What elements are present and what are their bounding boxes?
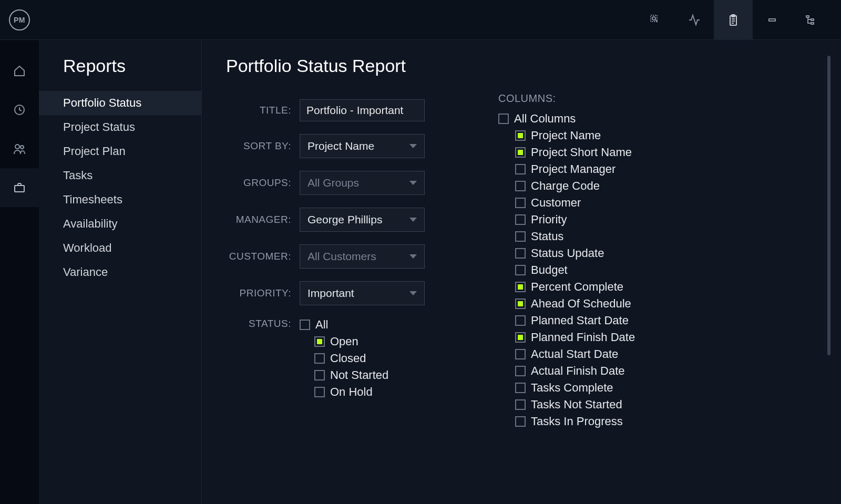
checkbox-icon[interactable] <box>515 231 526 242</box>
status-checkbox[interactable]: Not Started <box>300 368 388 382</box>
row-sort-by: SORT BY: Project Name <box>226 134 425 158</box>
checkbox-icon[interactable] <box>515 416 526 427</box>
column-checkbox[interactable]: Project Manager <box>498 162 820 176</box>
status-checkbox[interactable]: Open <box>300 335 388 348</box>
clipboard-icon[interactable] <box>714 0 753 40</box>
checkbox-icon[interactable] <box>515 147 526 158</box>
hierarchy-icon[interactable] <box>792 0 830 40</box>
sidebar-list: Portfolio StatusProject StatusProject Pl… <box>39 91 201 284</box>
checkbox-icon[interactable] <box>515 332 526 343</box>
label-customer: CUSTOMER: <box>226 251 291 262</box>
checkbox-icon[interactable] <box>300 320 310 330</box>
checkbox-label: Tasks Complete <box>531 381 613 395</box>
select-sort-by[interactable]: Project Name <box>300 134 425 158</box>
activity-icon[interactable] <box>675 0 714 40</box>
select-priority[interactable]: Important <box>300 281 425 305</box>
checkbox-icon[interactable] <box>515 248 526 259</box>
column-checkbox[interactable]: All Columns <box>498 112 820 126</box>
column-checkbox[interactable]: Project Short Name <box>498 146 820 159</box>
chevron-down-icon <box>409 144 417 148</box>
sidebar-item[interactable]: Timesheets <box>39 188 201 212</box>
columns-panel: COLUMNS: All ColumnsProject NameProject … <box>498 56 820 504</box>
checkbox-icon[interactable] <box>515 299 526 309</box>
checkbox-icon[interactable] <box>515 383 526 393</box>
svg-point-14 <box>15 145 19 149</box>
select-manager[interactable]: George Phillips <box>300 208 425 232</box>
checkbox-icon[interactable] <box>515 366 526 376</box>
sidebar-item[interactable]: Portfolio Status <box>39 91 201 115</box>
checkbox-icon[interactable] <box>515 164 526 174</box>
logo-badge[interactable]: PM <box>9 9 30 30</box>
select-value-priority: Important <box>307 287 354 300</box>
column-checkbox[interactable]: Charge Code <box>498 179 820 193</box>
column-checkbox[interactable]: Customer <box>498 196 820 210</box>
briefcase-icon[interactable] <box>0 168 39 207</box>
column-checkbox[interactable]: Status Update <box>498 246 820 260</box>
select-groups[interactable]: All Groups <box>300 171 425 195</box>
checkbox-icon[interactable] <box>515 349 526 359</box>
column-checkbox[interactable]: Priority <box>498 213 820 227</box>
scrollbar[interactable] <box>827 56 830 424</box>
column-checkbox[interactable]: Tasks Complete <box>498 381 820 395</box>
top-header: PM <box>0 0 841 40</box>
column-checkbox[interactable]: Planned Finish Date <box>498 331 820 344</box>
search-icon[interactable] <box>636 0 675 40</box>
row-priority: PRIORITY: Important <box>226 281 425 305</box>
checkbox-icon[interactable] <box>515 265 526 275</box>
column-checkbox[interactable]: Tasks In Progress <box>498 415 820 428</box>
column-checkbox[interactable]: Tasks Not Started <box>498 398 820 412</box>
scrollbar-thumb[interactable] <box>827 56 830 355</box>
column-checkbox[interactable]: Status <box>498 230 820 243</box>
sidebar: Reports Portfolio StatusProject StatusPr… <box>39 40 202 504</box>
sidebar-item[interactable]: Project Plan <box>39 139 201 163</box>
svg-rect-10 <box>811 19 814 20</box>
checkbox-icon[interactable] <box>314 370 325 380</box>
chevron-down-icon <box>409 254 417 259</box>
columns-list: All ColumnsProject NameProject Short Nam… <box>498 112 820 428</box>
clock-icon[interactable] <box>0 90 39 129</box>
input-title[interactable] <box>300 99 425 121</box>
checkbox-label: All <box>315 318 328 332</box>
checkbox-label: Budget <box>531 263 568 277</box>
column-checkbox[interactable]: Project Name <box>498 129 820 142</box>
sidebar-item[interactable]: Variance <box>39 260 201 284</box>
column-checkbox[interactable]: Actual Finish Date <box>498 364 820 378</box>
status-checkbox[interactable]: All <box>300 318 388 332</box>
column-checkbox[interactable]: Planned Start Date <box>498 314 820 327</box>
sidebar-item[interactable]: Availability <box>39 212 201 236</box>
checkbox-label: Percent Complete <box>531 280 623 294</box>
checkbox-icon[interactable] <box>314 387 325 397</box>
minimize-icon[interactable] <box>753 0 792 40</box>
checkbox-icon[interactable] <box>515 181 526 191</box>
select-value-customer: All Customers <box>307 250 376 263</box>
home-icon[interactable] <box>0 52 39 90</box>
people-icon[interactable] <box>0 129 39 168</box>
checkbox-icon[interactable] <box>314 336 325 347</box>
sidebar-item[interactable]: Project Status <box>39 115 201 139</box>
sidebar-item[interactable]: Workload <box>39 236 201 260</box>
checkbox-icon[interactable] <box>498 114 509 124</box>
checkbox-icon[interactable] <box>515 399 526 410</box>
column-checkbox[interactable]: Ahead Of Schedule <box>498 297 820 311</box>
checkbox-label: Ahead Of Schedule <box>531 297 631 311</box>
checkbox-icon[interactable] <box>515 214 526 225</box>
checkbox-icon[interactable] <box>515 282 526 292</box>
body-row: Reports Portfolio StatusProject StatusPr… <box>0 40 841 504</box>
checkbox-label: Actual Start Date <box>531 347 618 361</box>
checkbox-icon[interactable] <box>515 315 526 326</box>
form-column: Portfolio Status Report TITLE: SORT BY: … <box>226 56 425 504</box>
checkbox-icon[interactable] <box>515 130 526 141</box>
checkbox-icon[interactable] <box>314 353 325 364</box>
column-checkbox[interactable]: Actual Start Date <box>498 347 820 361</box>
status-checkbox[interactable]: Closed <box>300 352 388 365</box>
chevron-down-icon <box>409 291 417 295</box>
checkbox-label: Tasks In Progress <box>531 415 623 428</box>
status-checkbox[interactable]: On Hold <box>300 385 388 399</box>
checkbox-icon[interactable] <box>515 198 526 208</box>
sidebar-item[interactable]: Tasks <box>39 163 201 188</box>
checkbox-label: Open <box>330 335 358 348</box>
column-checkbox[interactable]: Budget <box>498 263 820 277</box>
column-checkbox[interactable]: Percent Complete <box>498 280 820 294</box>
select-customer[interactable]: All Customers <box>300 244 425 269</box>
row-customer: CUSTOMER: All Customers <box>226 244 425 269</box>
